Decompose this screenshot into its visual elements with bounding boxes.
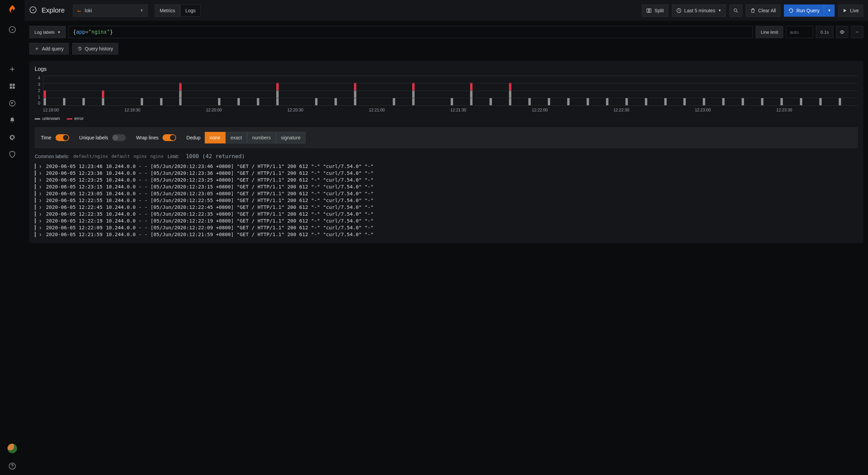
- clear-all-button[interactable]: Clear All: [746, 4, 780, 17]
- dedup-none[interactable]: none: [205, 132, 226, 143]
- expand-icon[interactable]: ❯: [39, 212, 43, 216]
- live-button[interactable]: Live: [838, 4, 863, 17]
- add-query-button[interactable]: Add query: [29, 43, 69, 55]
- log-row[interactable]: ❯2020-06-05 12:22:5510.244.0.0 - - [05/J…: [35, 197, 858, 204]
- chart-legend: unknown error: [35, 116, 858, 121]
- bar[interactable]: [179, 83, 198, 105]
- query-editor[interactable]: {app="nginx"}: [68, 26, 753, 38]
- expand-icon[interactable]: ❯: [39, 171, 43, 175]
- log-row[interactable]: ❯2020-06-05 12:22:4510.244.0.0 - - [05/J…: [35, 204, 858, 211]
- log-row[interactable]: ❯2020-06-05 12:23:1510.244.0.0 - - [05/J…: [35, 183, 858, 190]
- datasource-select[interactable]: ⌙ loki ▼: [73, 4, 148, 17]
- expand-icon[interactable]: ❯: [39, 178, 43, 182]
- line-limit-input[interactable]: [786, 26, 813, 38]
- bar[interactable]: [567, 98, 586, 105]
- bar[interactable]: [528, 98, 547, 105]
- explore-compass-icon[interactable]: [8, 99, 16, 107]
- expand-icon[interactable]: ❯: [39, 232, 43, 237]
- bell-icon[interactable]: [8, 116, 16, 124]
- log-row[interactable]: ❯2020-06-05 12:23:4610.244.0.0 - - [05/J…: [35, 163, 858, 170]
- dedup-signature[interactable]: signature: [276, 132, 306, 143]
- bar[interactable]: [586, 98, 606, 105]
- bar[interactable]: [547, 98, 567, 105]
- bar[interactable]: [354, 83, 373, 105]
- gear-icon[interactable]: [8, 133, 16, 141]
- dedup-numbers[interactable]: numbers: [247, 132, 276, 143]
- bar[interactable]: [509, 83, 528, 105]
- chart-area[interactable]: [43, 76, 858, 106]
- expand-icon[interactable]: ❯: [39, 185, 43, 189]
- toggle-time[interactable]: [56, 134, 69, 141]
- log-labels-button[interactable]: Log labels ▼: [29, 26, 66, 38]
- toggle-wrap-lines[interactable]: [162, 134, 176, 141]
- expand-icon[interactable]: ❯: [39, 226, 43, 230]
- bar[interactable]: [489, 98, 509, 105]
- help-icon[interactable]: [8, 462, 16, 470]
- bar[interactable]: [800, 98, 819, 105]
- remove-query-button[interactable]: [851, 26, 863, 38]
- tab-logs[interactable]: Logs: [180, 4, 201, 17]
- expand-icon[interactable]: ❯: [39, 219, 43, 223]
- bar[interactable]: [82, 98, 102, 105]
- toggle-unique-labels[interactable]: [112, 134, 126, 141]
- bar[interactable]: [606, 98, 625, 105]
- bar[interactable]: [722, 98, 741, 105]
- split-button[interactable]: Split: [642, 4, 668, 17]
- bar[interactable]: [780, 98, 800, 105]
- log-row[interactable]: ❯2020-06-05 12:22:3510.244.0.0 - - [05/J…: [35, 211, 858, 217]
- user-avatar[interactable]: [7, 444, 17, 453]
- bar[interactable]: [392, 98, 412, 105]
- bar[interactable]: [160, 98, 179, 105]
- bar[interactable]: [218, 98, 237, 105]
- expand-icon[interactable]: ❯: [39, 191, 43, 196]
- query-inspector-button[interactable]: [836, 26, 848, 38]
- log-row[interactable]: ❯2020-06-05 12:23:3610.244.0.0 - - [05/J…: [35, 170, 858, 177]
- bar[interactable]: [450, 98, 470, 105]
- bar[interactable]: [470, 83, 489, 105]
- legend-unknown[interactable]: unknown: [35, 116, 60, 121]
- log-row[interactable]: ❯2020-06-05 12:23:2510.244.0.0 - - [05/J…: [35, 177, 858, 183]
- run-query-dropdown[interactable]: ▼: [824, 4, 835, 17]
- bar[interactable]: [334, 98, 354, 105]
- log-message: 10.244.0.0 - - [05/Jun/2020:12:23:46 +08…: [106, 164, 374, 169]
- bar[interactable]: [741, 98, 761, 105]
- run-query-button[interactable]: Run Query: [784, 4, 824, 17]
- apps-icon[interactable]: [8, 82, 16, 90]
- bar[interactable]: [257, 98, 276, 105]
- bar[interactable]: [702, 98, 722, 105]
- bar[interactable]: [63, 98, 82, 105]
- expand-icon[interactable]: ❯: [39, 205, 43, 210]
- bar[interactable]: [140, 98, 160, 105]
- log-row[interactable]: ❯2020-06-05 12:21:5910.244.0.0 - - [05/J…: [35, 231, 858, 238]
- log-row[interactable]: ❯2020-06-05 12:22:1910.244.0.0 - - [05/J…: [35, 217, 858, 224]
- log-timestamp: 2020-06-05 12:23:15: [46, 184, 103, 189]
- svg-point-12: [734, 9, 737, 11]
- bar[interactable]: [683, 98, 702, 105]
- shield-icon[interactable]: [8, 150, 16, 158]
- expand-icon[interactable]: ❯: [39, 164, 43, 169]
- bar[interactable]: [838, 98, 858, 105]
- bar[interactable]: [819, 98, 838, 105]
- dedup-exact[interactable]: exact: [226, 132, 247, 143]
- query-history-button[interactable]: Query history: [72, 43, 118, 55]
- query-timing: 0.1s: [816, 26, 833, 38]
- bar[interactable]: [276, 83, 295, 105]
- compass-icon[interactable]: [8, 26, 16, 34]
- log-row[interactable]: ❯2020-06-05 12:22:0910.244.0.0 - - [05/J…: [35, 224, 858, 231]
- tab-metrics[interactable]: Metrics: [155, 4, 180, 17]
- bar[interactable]: [761, 98, 780, 105]
- bar[interactable]: [645, 98, 664, 105]
- bar[interactable]: [412, 83, 431, 105]
- plus-icon[interactable]: [8, 65, 16, 73]
- zoom-button[interactable]: [729, 4, 742, 17]
- bar[interactable]: [664, 98, 683, 105]
- grafana-logo-icon[interactable]: [6, 4, 18, 17]
- log-row[interactable]: ❯2020-06-05 12:23:0510.244.0.0 - - [05/J…: [35, 190, 858, 197]
- legend-error[interactable]: error: [67, 116, 83, 121]
- bar[interactable]: [237, 98, 257, 105]
- bar[interactable]: [625, 98, 645, 105]
- timerange-picker[interactable]: Last 5 minutes ▼: [672, 4, 726, 17]
- expand-icon[interactable]: ❯: [39, 198, 43, 203]
- bar[interactable]: [315, 98, 334, 105]
- page-title: Explore: [42, 6, 65, 14]
